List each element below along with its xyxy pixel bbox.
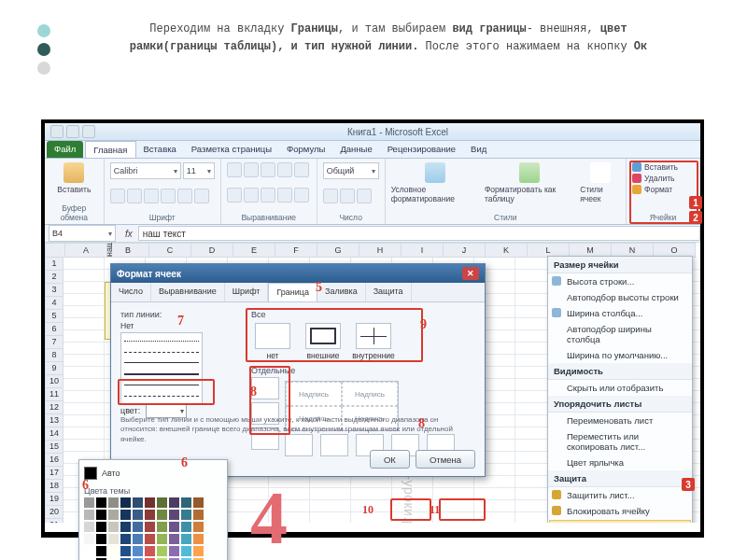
color-auto-row[interactable]: Авто [84, 465, 222, 483]
row-header[interactable]: 8 [45, 349, 63, 362]
row-header[interactable]: 1 [45, 258, 63, 271]
column-header[interactable]: E [233, 243, 275, 258]
color-swatch[interactable] [96, 522, 106, 532]
name-box[interactable]: B4 [49, 225, 116, 242]
menu-hide-show[interactable]: Скрыть или отобразить [548, 380, 692, 396]
line-dotted[interactable] [124, 341, 199, 342]
color-swatch[interactable] [157, 510, 167, 520]
tab-data[interactable]: Данные [332, 141, 379, 158]
row-header[interactable]: 4 [45, 297, 63, 310]
color-swatch[interactable] [145, 510, 155, 520]
column-header[interactable]: H [359, 243, 402, 258]
color-swatch[interactable] [157, 546, 167, 556]
row-header[interactable]: 7 [45, 336, 63, 349]
color-swatch[interactable] [169, 546, 179, 556]
column-header[interactable]: K [486, 243, 528, 258]
color-swatch[interactable] [108, 546, 119, 556]
row-header[interactable]: 6 [45, 323, 63, 336]
menu-autofit-col[interactable]: Автоподбор ширины столбца [548, 321, 692, 347]
color-swatch[interactable] [120, 510, 131, 520]
color-swatch[interactable] [145, 497, 155, 508]
color-swatch[interactable] [96, 546, 106, 556]
italic-button[interactable] [127, 189, 142, 203]
color-swatch[interactable] [181, 522, 191, 532]
align-center-button[interactable] [244, 188, 259, 203]
color-swatch[interactable] [169, 510, 179, 520]
color-swatch[interactable] [84, 497, 94, 508]
row-header[interactable]: 11 [45, 388, 63, 401]
column-header[interactable]: F [275, 243, 317, 258]
row-header[interactable]: 10 [45, 375, 63, 388]
border-button[interactable] [161, 189, 176, 203]
color-swatch[interactable] [120, 522, 131, 532]
color-swatch[interactable] [108, 522, 119, 532]
currency-button[interactable] [323, 189, 338, 203]
column-header[interactable]: I [402, 243, 444, 258]
color-swatch[interactable] [133, 510, 143, 520]
row-header[interactable]: 13 [45, 414, 63, 427]
line-thick[interactable] [124, 373, 199, 375]
row-header[interactable]: 3 [45, 284, 63, 297]
align-right-button[interactable] [261, 188, 275, 203]
align-bottom-button[interactable] [261, 162, 275, 177]
color-swatch[interactable] [169, 497, 179, 508]
color-swatch[interactable] [181, 534, 191, 544]
column-header[interactable]: J [444, 243, 486, 258]
dlg-tab-fill[interactable]: Заливка [317, 283, 366, 301]
color-swatch[interactable] [181, 546, 191, 556]
color-swatch[interactable] [108, 510, 119, 520]
wrap-text-button[interactable] [294, 162, 309, 177]
color-swatch[interactable] [193, 510, 204, 520]
menu-lock-cell[interactable]: Блокировать ячейку [548, 503, 692, 519]
orientation-button[interactable] [277, 162, 292, 177]
row-header[interactable]: 21 [45, 519, 63, 523]
row-header[interactable]: 5 [45, 310, 63, 323]
row-header[interactable]: 14 [45, 427, 63, 441]
font-name-combo[interactable]: Calibri [110, 162, 181, 179]
color-swatch[interactable] [145, 546, 155, 556]
color-swatch[interactable] [169, 522, 179, 532]
row-header[interactable]: 15 [45, 441, 63, 454]
qat-save-icon[interactable] [50, 125, 63, 138]
menu-format-cells[interactable]: Формат ячеек... [549, 520, 691, 523]
dlg-tab-number[interactable]: Число [111, 283, 151, 301]
row-header[interactable]: 16 [45, 454, 63, 467]
column-header[interactable]: A [65, 243, 107, 258]
menu-rename-sheet[interactable]: Переименовать лист [548, 413, 692, 428]
align-left-button[interactable] [227, 188, 242, 203]
conditional-formatting-button[interactable]: Условное форматирование [391, 162, 479, 203]
row-header[interactable]: 12 [45, 401, 63, 414]
tab-view[interactable]: Вид [463, 141, 494, 158]
color-swatch[interactable] [84, 546, 94, 556]
row-header[interactable]: 20 [45, 506, 63, 519]
color-swatch[interactable] [145, 534, 155, 544]
color-swatch[interactable] [193, 497, 204, 508]
tab-insert[interactable]: Вставка [136, 141, 184, 158]
color-swatch[interactable] [84, 534, 94, 544]
color-swatch[interactable] [181, 497, 191, 508]
bold-button[interactable] [110, 189, 125, 203]
tab-review[interactable]: Рецензирование [380, 141, 463, 158]
color-swatch[interactable] [108, 534, 119, 544]
color-swatch[interactable] [133, 522, 143, 532]
column-header[interactable]: D [191, 243, 233, 258]
column-header[interactable]: G [317, 243, 359, 258]
number-format-combo[interactable]: Общий [323, 162, 379, 179]
color-swatch[interactable] [96, 497, 106, 508]
dlg-tab-protection[interactable]: Защита [366, 283, 412, 301]
ok-button[interactable]: ОК [370, 450, 410, 469]
color-swatch[interactable] [169, 534, 179, 544]
menu-default-width[interactable]: Ширина по умолчанию... [548, 347, 692, 363]
color-swatch[interactable] [120, 497, 131, 508]
dlg-tab-border[interactable]: Граница [268, 283, 317, 301]
cancel-button[interactable]: Отмена [416, 450, 475, 469]
row-header[interactable]: 19 [45, 493, 63, 506]
font-color-button[interactable] [194, 189, 209, 203]
dialog-close-button[interactable]: ✕ [462, 267, 479, 280]
color-swatch[interactable] [108, 497, 119, 508]
line-thin[interactable] [124, 362, 199, 363]
row-header[interactable]: 18 [45, 480, 63, 493]
tab-page-layout[interactable]: Разметка страницы [184, 141, 279, 158]
color-swatch[interactable] [157, 497, 167, 508]
row-header[interactable]: 2 [45, 271, 63, 284]
